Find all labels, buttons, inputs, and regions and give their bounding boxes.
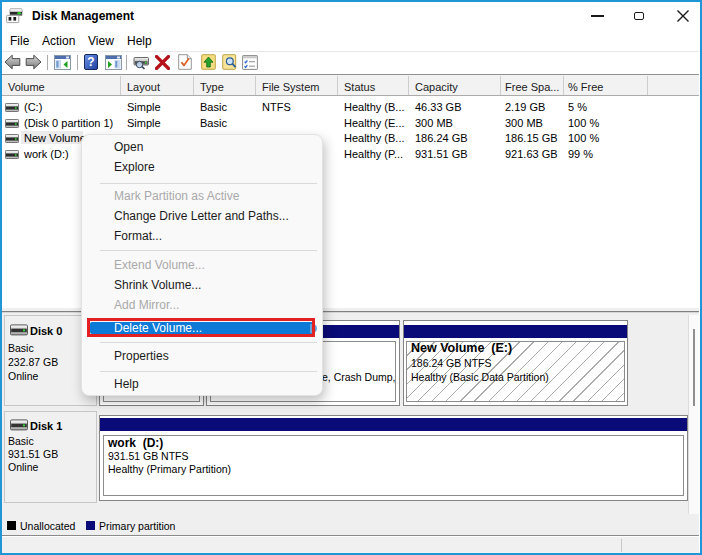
svg-text:?: ? [87, 55, 94, 69]
